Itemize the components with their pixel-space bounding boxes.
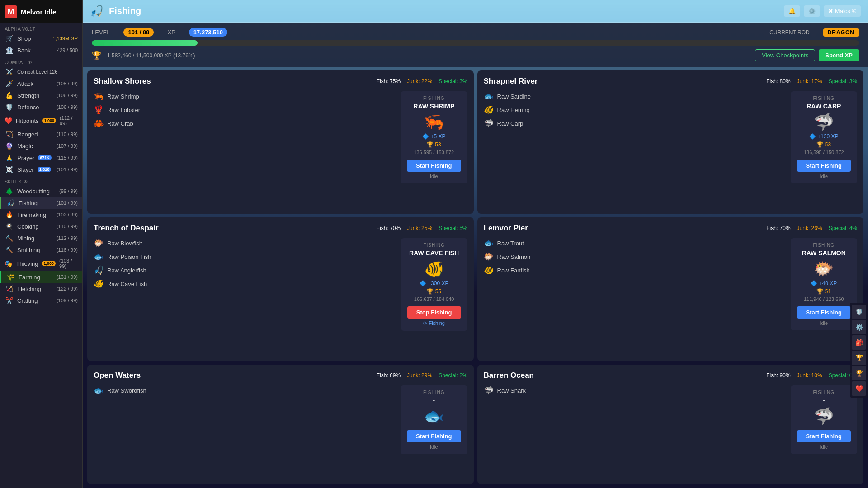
fishing-panel-trench: FISHING RAW CAVE FISH 🐠 🔷 +300 XP 🏆 55 1… xyxy=(401,238,467,331)
slayer-badge: 1,818 xyxy=(38,167,52,172)
sidebar-item-strength[interactable]: 💪 Strength (106 / 99) xyxy=(0,89,82,101)
skills-label: SKILLS xyxy=(5,179,21,184)
combat-label: COMBAT xyxy=(5,60,25,65)
sidebar-item-defence[interactable]: 🛡️ Defence (106 / 99) xyxy=(0,101,82,113)
slayer-label: Slayer xyxy=(17,166,34,173)
strength-icon: 💪 xyxy=(5,92,14,99)
firemaking-level: (102 / 99) xyxy=(57,212,78,217)
right-icon-trophy2[interactable]: 🏆 xyxy=(852,366,866,380)
sidebar-item-combat-level: ⚔️ Combat Level 126 xyxy=(0,66,82,78)
right-icon-bag[interactable]: 🎒 xyxy=(852,335,866,350)
mining-label: Mining xyxy=(17,235,34,242)
farming-icon: 🌾 xyxy=(6,273,15,281)
xp-bar-row xyxy=(92,40,859,46)
hitpoints-badge: 1,000 xyxy=(42,118,57,123)
panel-fish-name: RAW SHRIMP xyxy=(413,103,454,110)
start-fishing-button-barren-ocean[interactable]: Start Fishing xyxy=(797,430,851,442)
lobster-icon: 🦞 xyxy=(94,105,104,115)
start-fishing-button-shrapnel-river[interactable]: Start Fishing xyxy=(797,160,851,172)
card-body-open-waters: 🐟 Raw Swordfish FISHING - 🐟 Start Fishin… xyxy=(94,385,467,454)
xp-section: LEVEL 101 / 99 XP 17,273,510 CURRENT ROD… xyxy=(83,23,868,67)
sidebar-item-attack[interactable]: 🗡️ Attack (105 / 99) xyxy=(0,78,82,89)
fish-list-shallow-shores: 🦐 Raw Shrimp 🦞 Raw Lobster 🦀 Raw Crab xyxy=(94,91,396,183)
panel-fish-name: - xyxy=(433,397,435,404)
sidebar: M Melvor Idle ALPHA V0.17 🛒 Shop 1,139M … xyxy=(0,0,83,488)
start-fishing-button-shallow-shores[interactable]: Start Fishing xyxy=(407,160,461,172)
sidebar-item-cooking[interactable]: 🍳 Cooking (110 / 99) xyxy=(0,221,82,232)
card-header-shallow-shores: Shallow Shores Fish: 75% Junk: 22% Speci… xyxy=(94,77,467,86)
app-logo[interactable]: M Melvor Idle xyxy=(0,0,82,23)
sidebar-item-fishing[interactable]: 🎣 Fishing (101 / 99) xyxy=(0,197,82,209)
sidebar-item-woodcutting[interactable]: 🌲 Woodcutting (99 / 99) xyxy=(0,185,82,197)
panel-xp: 🔷 +130 XP xyxy=(809,133,839,140)
junk-stat: Junk: 26% xyxy=(797,225,822,231)
panel-xp: 🔷 +40 XP xyxy=(811,280,837,286)
magic-icon: 🔮 xyxy=(5,142,14,150)
xp-buttons: View Checkpoints Spend XP xyxy=(755,49,859,61)
prayer-label: Prayer xyxy=(17,155,34,161)
sidebar-item-shop[interactable]: 🛒 Shop 1,139M GP xyxy=(0,33,82,44)
cooking-label: Cooking xyxy=(17,223,39,230)
fishing-area-shallow-shores: Shallow Shores Fish: 75% Junk: 22% Speci… xyxy=(87,70,474,214)
stop-fishing-button-trench[interactable]: Stop Fishing xyxy=(407,306,461,319)
user-menu-button[interactable]: ✖ Malcs © xyxy=(824,5,861,17)
sidebar-item-bank[interactable]: 🏦 Bank 429 / 500 xyxy=(0,44,82,56)
area-stats-trench: Fish: 70% Junk: 25% Special: 5% xyxy=(377,225,467,231)
shop-label: Shop xyxy=(17,35,31,42)
fish-name: Raw Swordfish xyxy=(107,387,146,394)
sidebar-item-crafting[interactable]: ✂️ Crafting (109 / 99) xyxy=(0,295,82,306)
sidebar-item-fletching[interactable]: 🏹 Fletching (122 / 99) xyxy=(0,283,82,295)
sidebar-item-hitpoints[interactable]: ❤️ Hitpoints 1,000 (112 / 99) xyxy=(0,113,82,128)
sidebar-item-ranged[interactable]: 🏹 Ranged (110 / 99) xyxy=(0,128,82,140)
carp-icon: 🦈 xyxy=(484,118,494,128)
right-icon-gear[interactable]: ⚙️ xyxy=(852,320,866,334)
right-icon-shield[interactable]: 🛡️ xyxy=(852,305,866,319)
view-checkpoints-button[interactable]: View Checkpoints xyxy=(755,49,815,61)
fish-list-shrapnel-river: 🐟 Raw Sardine 🐠 Raw Herring 🦈 Raw Carp xyxy=(484,91,786,183)
list-item: 🐟 Raw Swordfish xyxy=(94,385,396,395)
sidebar-item-magic[interactable]: 🔮 Magic (107 / 99) xyxy=(0,140,82,152)
list-item: 🦈 Raw Carp xyxy=(484,118,786,128)
fishing-icon-area: 🦈 xyxy=(814,113,834,131)
area-stats-shallow-shores: Fish: 75% Junk: 22% Special: 3% xyxy=(377,78,467,84)
list-item: 🐟 Raw Trout xyxy=(484,238,786,248)
sidebar-item-mining[interactable]: ⛏️ Mining (112 / 99) xyxy=(0,232,82,244)
sidebar-item-slayer[interactable]: ☠️ Slayer 1,818 (101 / 99) xyxy=(0,164,82,175)
panel-fish-name: RAW CARP xyxy=(807,103,841,110)
panel-fish-icon: 🦈 xyxy=(814,407,834,425)
sidebar-item-prayer[interactable]: 🙏 Prayer 671K (115 / 99) xyxy=(0,152,82,164)
fish-name: Raw Blowfish xyxy=(107,240,142,247)
sidebar-item-smithing[interactable]: 🔨 Smithing (116 / 99) xyxy=(0,244,82,256)
crafting-label: Crafting xyxy=(17,297,38,304)
card-body-shallow-shores: 🦐 Raw Shrimp 🦞 Raw Lobster 🦀 Raw Crab FI… xyxy=(94,91,467,183)
magic-label: Magic xyxy=(17,143,33,150)
fishing-level: (101 / 99) xyxy=(57,200,78,206)
fishing-panel-label: FISHING xyxy=(813,243,835,248)
junk-stat: Junk: 10% xyxy=(797,372,822,379)
settings-button[interactable]: ⚙️ xyxy=(804,5,820,17)
right-icon-trophy1[interactable]: 🏆 xyxy=(852,351,866,365)
sidebar-item-farming[interactable]: 🌾 Farming (131 / 99) xyxy=(0,271,82,283)
area-name-lemvor: Lemvor Pier xyxy=(484,224,528,233)
panel-status: Idle xyxy=(820,320,828,326)
notifications-button[interactable]: 🔔 xyxy=(784,5,800,17)
area-stats-lemvor: Fish: 70% Junk: 26% Special: 4% xyxy=(766,225,857,231)
list-item: 🎣 Raw Anglerfish xyxy=(94,265,396,275)
version-label: ALPHA V0.17 xyxy=(0,23,82,33)
fishing-panel-label: FISHING xyxy=(423,390,445,395)
panel-progress: 136,595 / 150,872 xyxy=(804,150,844,155)
salmon-icon: 🐡 xyxy=(484,252,494,262)
ranged-label: Ranged xyxy=(17,131,38,138)
start-fishing-button-open-waters[interactable]: Start Fishing xyxy=(407,430,461,442)
panel-trophy: 🏆 53 xyxy=(816,141,831,148)
hitpoints-label: Hitpoints xyxy=(16,117,39,124)
thieving-badge: 1,000 xyxy=(42,261,56,266)
right-icon-heart[interactable]: ❤️ xyxy=(852,381,866,396)
start-fishing-button-lemvor[interactable]: Start Fishing xyxy=(797,306,851,319)
spend-xp-button[interactable]: Spend XP xyxy=(819,49,859,61)
bank-label: Bank xyxy=(17,47,31,54)
sidebar-item-firemaking[interactable]: 🔥 Firemaking (102 / 99) xyxy=(0,209,82,221)
panel-progress: 166,637 / 184,040 xyxy=(414,296,454,302)
sidebar-item-thieving[interactable]: 🎭 Thieving 1,000 (103 / 99) xyxy=(0,256,82,271)
fletching-level: (122 / 99) xyxy=(57,286,78,291)
